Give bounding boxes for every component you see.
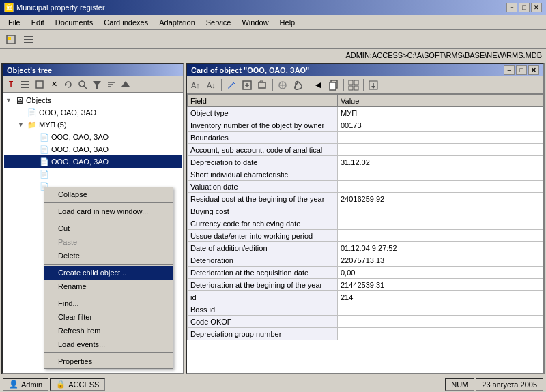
table-row: Inventory number of the object by owner0… [188, 119, 543, 132]
menu-adaptation[interactable]: Adaptation [154, 17, 201, 28]
value-cell[interactable] [338, 205, 543, 217]
card-btn-sort-desc[interactable]: A↓ [204, 78, 219, 93]
status-user-label: Admin [21, 380, 42, 389]
card-maximize-btn[interactable]: □ [516, 65, 527, 75]
ctx-rename[interactable]: Rename [44, 280, 173, 293]
context-menu: Collapse Load card in new window... Cut … [44, 187, 173, 369]
card-btn-attach[interactable] [291, 78, 306, 93]
tree-btn-text[interactable]: T [4, 78, 18, 91]
value-cell[interactable]: 01.12.04 9:27:52 [338, 242, 543, 254]
value-cell[interactable]: 00173 [338, 119, 543, 132]
toolbar-btn-1[interactable] [3, 32, 19, 47]
tree-node-ooo[interactable]: 📄 ООО, ОАО, ЗАО [4, 106, 182, 119]
value-cell[interactable]: 214 [338, 291, 543, 303]
table-row: Valuation date [188, 181, 543, 193]
status-date-label: 23 августа 2005 [482, 380, 537, 389]
minimize-button[interactable]: − [506, 3, 517, 12]
ctx-create-child[interactable]: Create child object... [44, 266, 173, 280]
tree-btn-list[interactable] [18, 78, 32, 91]
tree-btn-sort[interactable] [104, 78, 118, 91]
svg-rect-29 [349, 80, 353, 85]
status-bar: 👤 Admin 🔒 ACCESS NUM 23 августа 2005 [0, 376, 546, 392]
ctx-load-events[interactable]: Load events... [44, 337, 173, 351]
status-num: NUM [445, 378, 474, 391]
menu-file[interactable]: File [3, 17, 26, 28]
card-btn-tool[interactable] [275, 78, 290, 93]
value-cell[interactable] [338, 230, 543, 242]
table-row: Short individual characteristic [188, 168, 543, 181]
maximize-button[interactable]: □ [519, 3, 530, 12]
ctx-sep-3 [44, 264, 173, 265]
ctx-properties[interactable]: Properties [44, 355, 173, 368]
value-cell[interactable] [338, 168, 543, 181]
tree-btn-filter[interactable] [90, 78, 104, 91]
mup2-file-icon: 📄 [40, 145, 49, 154]
ctx-find[interactable]: Find... [44, 297, 173, 310]
tree-node-mup[interactable]: ▼ 📁 МУП (5) [4, 119, 182, 131]
value-cell[interactable]: 31.12.02 [338, 156, 543, 168]
tree-root[interactable]: ▼ 🖥 Objects [4, 94, 182, 106]
ctx-cut[interactable]: Cut [44, 222, 173, 235]
value-cell[interactable] [338, 217, 543, 230]
mup3-label: ООО, ОАО, ЗАО [51, 157, 109, 166]
close-button[interactable]: ✕ [531, 3, 542, 12]
field-cell: Deterioration at the begining of the yea… [188, 279, 338, 291]
menu-card-indexes[interactable]: Card indexes [98, 17, 154, 28]
mup4-expand-icon [30, 170, 40, 177]
ctx-clear-filter[interactable]: Clear filter [44, 310, 173, 324]
field-cell: Valuation date [188, 181, 338, 193]
ctx-delete[interactable]: Delete [44, 249, 173, 262]
card-tb-sep-4 [343, 79, 344, 91]
value-cell[interactable]: 21442539,31 [338, 279, 543, 291]
value-cell[interactable] [338, 132, 543, 144]
card-btn-sort-asc[interactable]: A↑ [188, 78, 203, 93]
ctx-refresh[interactable]: Refresh item [44, 324, 173, 337]
left-panel: Object's tree T ✕ [1, 63, 184, 374]
value-cell[interactable] [338, 328, 543, 340]
ctx-load-card[interactable]: Load card in new window... [44, 205, 173, 218]
card-minimize-btn[interactable]: − [504, 65, 515, 75]
value-cell[interactable] [338, 181, 543, 193]
value-cell[interactable] [338, 316, 543, 328]
tree-node-mup3[interactable]: 📄 ООО, ОАО, ЗАО [4, 155, 182, 168]
value-cell[interactable] [338, 144, 543, 156]
card-btn-open[interactable] [255, 78, 270, 93]
tree-btn-refresh[interactable] [61, 78, 75, 91]
menu-window[interactable]: Window [236, 17, 274, 28]
card-btn-edit[interactable] [224, 78, 239, 93]
field-cell: Date of addition/edition [188, 242, 338, 254]
menu-service[interactable]: Service [201, 17, 237, 28]
value-cell[interactable]: 0,00 [338, 267, 543, 279]
card-btn-nav-left[interactable]: ◀ [311, 78, 326, 93]
field-cell: Account, sub account, code of analitical [188, 144, 338, 156]
ooo-label: ООО, ОАО, ЗАО [39, 108, 96, 117]
card-btn-copy[interactable] [326, 78, 341, 93]
card-btn-grid[interactable] [346, 78, 361, 93]
menu-edit[interactable]: Edit [26, 17, 50, 28]
user-icon: 👤 [9, 380, 18, 389]
field-cell: Depreciation to date [188, 156, 338, 168]
menu-documents[interactable]: Documents [50, 17, 99, 28]
card-close-btn[interactable]: ✕ [528, 65, 539, 75]
main-area: Object's tree T ✕ [0, 61, 546, 376]
value-cell[interactable]: 22075713,13 [338, 254, 543, 267]
card-btn-new-record[interactable] [240, 78, 255, 93]
tree-node-mup4[interactable]: 📄 [4, 168, 182, 180]
toolbar-btn-2[interactable] [20, 32, 37, 47]
tree-area[interactable]: ▼ 🖥 Objects 📄 ООО, ОАО, ЗАО ▼ 📁 МУП (5) … [3, 93, 183, 373]
value-cell[interactable]: МУП [338, 107, 543, 119]
tree-btn-new[interactable] [33, 78, 46, 91]
tree-btn-search[interactable] [76, 78, 89, 91]
ctx-collapse[interactable]: Collapse [44, 187, 173, 201]
tree-node-mup2[interactable]: 📄 ООО, ОАО, ЗАО [4, 143, 182, 155]
menu-help[interactable]: Help [274, 17, 301, 28]
table-row: Boundaries [188, 132, 543, 144]
root-folder-icon: 🖥 [15, 95, 24, 106]
tree-node-mup1[interactable]: 📄 ООО, ОАО, ЗАО [4, 131, 182, 143]
tree-btn-up[interactable] [119, 78, 132, 91]
card-btn-export[interactable] [366, 78, 381, 93]
tree-btn-delete[interactable]: ✕ [47, 78, 61, 91]
mup-folder-icon: 📁 [27, 121, 37, 130]
value-cell[interactable] [338, 303, 543, 316]
value-cell[interactable]: 24016259,92 [338, 193, 543, 205]
